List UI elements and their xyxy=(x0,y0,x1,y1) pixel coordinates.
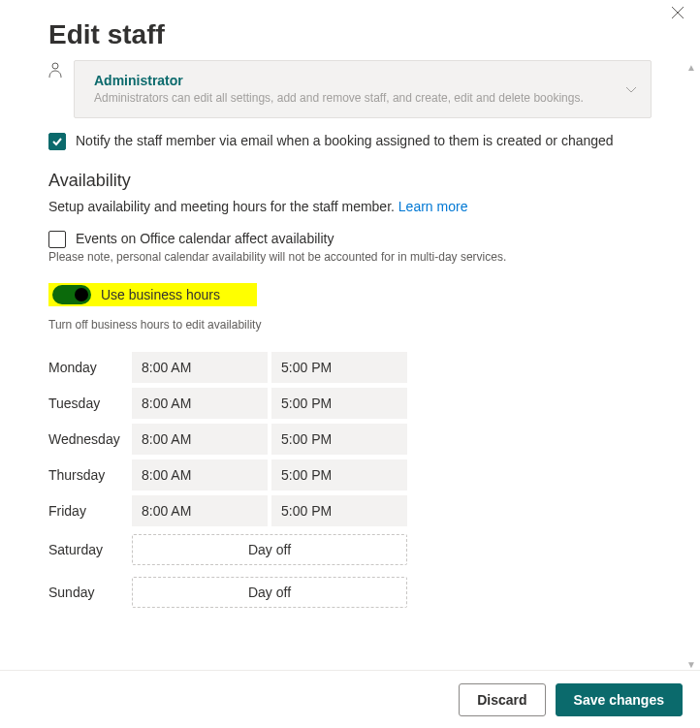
svg-point-2 xyxy=(52,63,58,69)
role-dropdown[interactable]: Administrator Administrators can edit al… xyxy=(74,60,652,118)
start-time-field[interactable]: 8:00 AM xyxy=(132,495,268,526)
schedule-table: Monday 8:00 AM 5:00 PM Tuesday 8:00 AM 5… xyxy=(48,349,652,614)
start-time-field[interactable]: 8:00 AM xyxy=(132,424,268,455)
day-label: Tuesday xyxy=(48,396,132,411)
end-time-field[interactable]: 5:00 PM xyxy=(271,388,407,419)
day-label: Sunday xyxy=(48,585,132,600)
page-title: Edit staff xyxy=(48,19,652,50)
schedule-row: Friday 8:00 AM 5:00 PM xyxy=(48,492,652,528)
business-hours-highlight: Use business hours xyxy=(48,283,257,306)
business-hours-toggle[interactable] xyxy=(52,285,91,304)
schedule-row: Sunday Day off xyxy=(48,571,652,614)
role-name: Administrator xyxy=(94,73,612,88)
day-label: Saturday xyxy=(48,542,132,557)
start-time-field[interactable]: 8:00 AM xyxy=(132,352,268,383)
schedule-row: Wednesday 8:00 AM 5:00 PM xyxy=(48,421,652,457)
start-time-field[interactable]: 8:00 AM xyxy=(132,459,268,491)
day-off-cell[interactable]: Day off xyxy=(132,577,407,608)
end-time-field[interactable]: 5:00 PM xyxy=(271,495,407,526)
schedule-row: Tuesday 8:00 AM 5:00 PM xyxy=(48,385,652,421)
office-calendar-label: Events on Office calendar affect availab… xyxy=(76,230,652,249)
office-calendar-note: Please note, personal calendar availabil… xyxy=(48,250,652,264)
business-hours-note: Turn off business hours to edit availabi… xyxy=(48,318,652,332)
office-calendar-checkbox[interactable] xyxy=(48,231,66,248)
availability-heading: Availability xyxy=(48,171,652,191)
learn-more-link[interactable]: Learn more xyxy=(398,199,468,214)
schedule-row: Saturday Day off xyxy=(48,528,652,571)
end-time-field[interactable]: 5:00 PM xyxy=(271,352,407,383)
notify-checkbox[interactable] xyxy=(48,133,66,150)
day-off-cell[interactable]: Day off xyxy=(132,534,407,565)
toggle-knob xyxy=(75,288,88,301)
scroll-up-icon[interactable]: ▲ xyxy=(686,62,696,73)
chevron-down-icon xyxy=(625,81,637,97)
end-time-field[interactable]: 5:00 PM xyxy=(271,424,407,455)
footer-bar: Discard Save changes xyxy=(0,670,700,728)
day-label: Monday xyxy=(48,360,132,375)
scroll-down-icon[interactable]: ▼ xyxy=(686,659,696,670)
start-time-field[interactable]: 8:00 AM xyxy=(132,388,268,419)
discard-button[interactable]: Discard xyxy=(459,683,545,716)
day-label: Friday xyxy=(48,503,132,519)
availability-description: Setup availability and meeting hours for… xyxy=(48,199,652,214)
role-description: Administrators can edit all settings, ad… xyxy=(94,90,612,106)
day-label: Thursday xyxy=(48,467,132,483)
schedule-row: Monday 8:00 AM 5:00 PM xyxy=(48,349,652,385)
schedule-row: Thursday 8:00 AM 5:00 PM xyxy=(48,457,652,492)
business-hours-label: Use business hours xyxy=(101,287,220,302)
save-button[interactable]: Save changes xyxy=(556,683,683,716)
day-label: Wednesday xyxy=(48,431,132,447)
checkmark-icon xyxy=(51,136,63,147)
end-time-field[interactable]: 5:00 PM xyxy=(271,459,407,491)
panel-body: Edit staff Administrator Administrators … xyxy=(0,0,700,669)
notify-label: Notify the staff member via email when a… xyxy=(76,132,652,151)
person-icon xyxy=(48,62,62,80)
